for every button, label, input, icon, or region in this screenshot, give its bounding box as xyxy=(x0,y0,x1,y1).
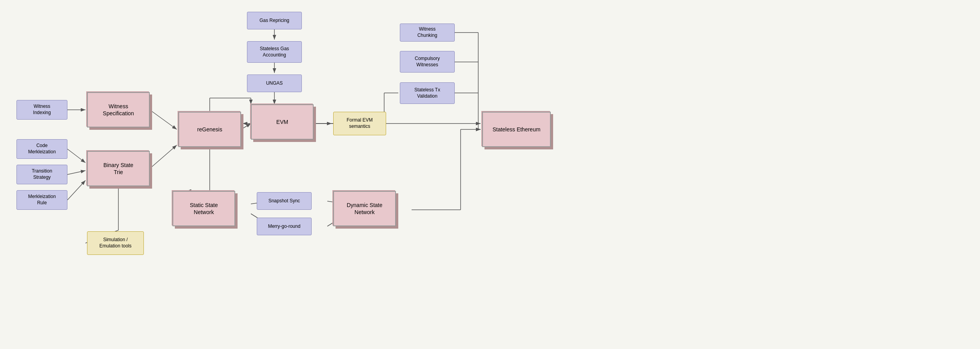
stateless-gas-node: Stateless Gas Accounting xyxy=(247,41,302,63)
merry-go-round-label: Merry-go-round xyxy=(268,224,301,230)
witness-indexing-label: Witness Indexing xyxy=(33,104,51,116)
stateless-ethereum-node: Stateless Ethereum xyxy=(482,112,551,147)
svg-line-3 xyxy=(150,110,177,129)
svg-line-6 xyxy=(67,180,85,200)
merry-go-round-node: Merry-go-round xyxy=(257,218,312,235)
witness-chunking-node: Witness Chunking xyxy=(400,24,455,42)
snapshot-sync-label: Snapshot Sync xyxy=(269,198,300,204)
formal-evm-node: Formal EVM semantics xyxy=(333,112,386,135)
ungas-label: UNGAS xyxy=(266,80,283,87)
dynamic-state-network-label: Dynamic State Network xyxy=(347,202,382,216)
transition-strategy-node: Transition Strategy xyxy=(16,165,67,184)
witness-specification-label: Witness Specification xyxy=(103,103,134,117)
gas-repricing-node: Gas Repricing xyxy=(247,12,302,29)
witness-chunking-label: Witness Chunking xyxy=(417,26,437,38)
svg-line-35 xyxy=(241,124,251,129)
svg-line-4 xyxy=(67,149,85,163)
evm-node: EVM xyxy=(251,104,314,140)
gas-repricing-label: Gas Repricing xyxy=(260,18,289,24)
simulation-tools-node: Simulation / Emulation tools xyxy=(87,231,144,255)
static-state-network-node: Static State Network xyxy=(172,191,235,226)
merkleization-rule-label: Merkleization Rule xyxy=(28,194,56,206)
transition-strategy-label: Transition Strategy xyxy=(32,168,52,180)
witness-specification-node: Witness Specification xyxy=(87,92,150,127)
stateless-gas-label: Stateless Gas Accounting xyxy=(260,46,289,58)
svg-line-5 xyxy=(67,171,85,174)
code-merkleization-label: Code Merkleization xyxy=(28,143,56,155)
ungas-node: UNGAS xyxy=(247,75,302,92)
snapshot-sync-node: Snapshot Sync xyxy=(257,192,312,210)
simulation-tools-label: Simulation / Emulation tools xyxy=(99,237,131,249)
binary-state-trie-label: Binary State Trie xyxy=(103,162,133,176)
stateless-tx-label: Stateless Tx Validation xyxy=(414,87,440,99)
compulsory-witnesses-node: Compulsory Witnesses xyxy=(400,51,455,73)
dynamic-state-network-node: Dynamic State Network xyxy=(333,191,396,226)
witness-indexing-node: Witness Indexing xyxy=(16,100,67,120)
binary-state-trie-node: Binary State Trie xyxy=(87,151,150,186)
static-state-network-label: Static State Network xyxy=(190,202,218,216)
code-merkleization-node: Code Merkleization xyxy=(16,139,67,159)
regenesis-label: reGenesis xyxy=(197,126,222,133)
stateless-ethereum-label: Stateless Ethereum xyxy=(492,126,540,133)
regenesis-node: reGenesis xyxy=(178,112,241,147)
merkleization-rule-node: Merkleization Rule xyxy=(16,190,67,210)
svg-line-7 xyxy=(150,145,177,169)
diagram: Witness Indexing Code Merkleization Tran… xyxy=(0,0,980,349)
evm-label: EVM xyxy=(276,118,288,125)
stateless-tx-node: Stateless Tx Validation xyxy=(400,82,455,104)
compulsory-witnesses-label: Compulsory Witnesses xyxy=(415,56,440,68)
formal-evm-label: Formal EVM semantics xyxy=(347,117,373,129)
